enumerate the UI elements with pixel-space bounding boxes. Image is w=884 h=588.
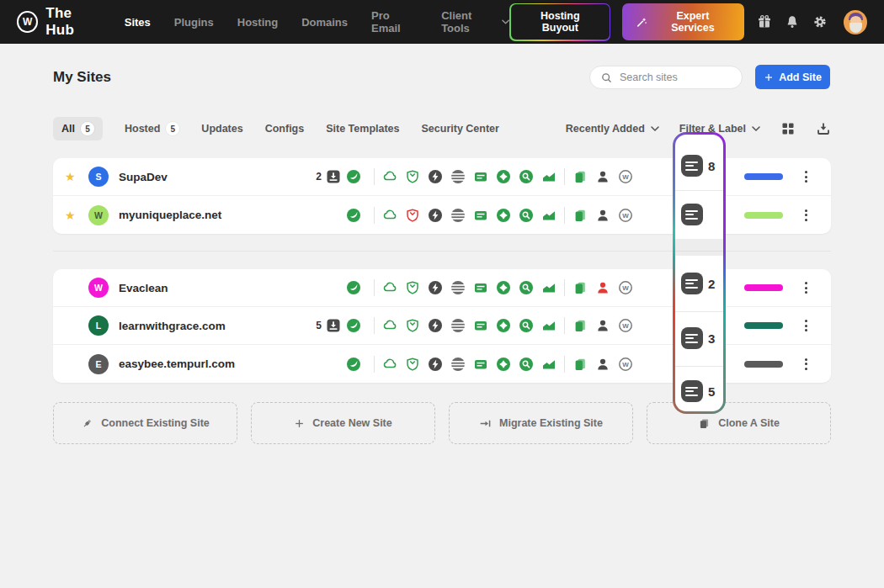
nav-item-client-tools[interactable]: Client Tools	[441, 9, 509, 34]
hub-logo[interactable]: W The Hub	[17, 5, 103, 39]
gift-icon[interactable]	[756, 13, 772, 30]
seo-magnifier-icon[interactable]	[519, 208, 534, 223]
smush-swoosh-icon[interactable]	[346, 208, 361, 223]
nav-item-pro-email[interactable]: Pro Email	[371, 9, 418, 34]
site-name[interactable]: myuniqueplace.net	[119, 209, 301, 221]
defender-shield-icon[interactable]	[405, 280, 420, 295]
hosting-cloud-icon[interactable]	[382, 318, 397, 333]
row-menu-kebab-icon[interactable]	[795, 171, 817, 183]
users-icon[interactable]	[595, 357, 610, 372]
create-new-site-button[interactable]: Create New Site	[251, 402, 435, 444]
row-menu-kebab-icon[interactable]	[795, 209, 817, 221]
uptime-icon[interactable]	[450, 318, 466, 333]
bell-icon[interactable]	[784, 13, 800, 30]
smush-swoosh-icon[interactable]	[346, 280, 361, 295]
shipper-badge-icon[interactable]	[496, 357, 511, 372]
seo-magnifier-icon[interactable]	[519, 280, 534, 295]
row-menu-kebab-icon[interactable]	[795, 320, 817, 331]
hosting-buyout-button[interactable]: Hosting Buyout	[511, 4, 610, 40]
defender-shield-icon[interactable]	[405, 169, 420, 184]
favorite-star-icon[interactable]: ★	[65, 170, 88, 183]
export-icon[interactable]	[816, 121, 831, 136]
backups-list-icon[interactable]	[473, 169, 488, 184]
wordpress-icon[interactable]	[618, 280, 633, 295]
tab-security-center[interactable]: Security Center	[422, 123, 499, 135]
smush-swoosh-icon[interactable]	[346, 169, 361, 184]
performance-bolt-icon[interactable]	[428, 208, 443, 223]
uptime-icon[interactable]	[450, 169, 466, 184]
site-name[interactable]: SupaDev	[119, 171, 301, 183]
pages-icon[interactable]	[572, 208, 588, 223]
shipper-badge-icon[interactable]	[496, 169, 511, 184]
performance-bolt-icon[interactable]	[428, 280, 443, 295]
users-icon[interactable]	[595, 318, 610, 333]
performance-bolt-icon[interactable]	[428, 169, 443, 184]
migrate-existing-site-button[interactable]: Migrate Existing Site	[449, 402, 633, 444]
pages-icon[interactable]	[572, 280, 588, 295]
backups-list-icon[interactable]	[473, 208, 488, 223]
wordpress-icon[interactable]	[618, 357, 633, 372]
uptime-icon[interactable]	[450, 357, 466, 372]
shipper-badge-icon[interactable]	[496, 318, 511, 333]
defender-shield-icon[interactable]	[405, 357, 420, 372]
backups-list-icon[interactable]	[473, 280, 488, 295]
users-alert-icon[interactable]	[595, 280, 610, 295]
shipper-badge-icon[interactable]	[496, 280, 511, 295]
users-icon[interactable]	[595, 208, 610, 223]
nav-item-sites[interactable]: Sites	[125, 16, 151, 29]
connect-existing-site-button[interactable]: Connect Existing Site	[53, 402, 237, 444]
search-sites-box[interactable]	[589, 66, 743, 89]
updates-badge-icon[interactable]	[326, 169, 341, 184]
nav-item-domains[interactable]: Domains	[301, 16, 348, 29]
row-menu-kebab-icon[interactable]	[795, 282, 817, 294]
updates-badge-icon[interactable]	[326, 318, 341, 333]
user-avatar[interactable]	[844, 10, 867, 34]
add-site-button[interactable]: Add Site	[755, 65, 830, 89]
performance-bolt-icon[interactable]	[428, 357, 443, 372]
defender-shield-icon[interactable]	[405, 318, 420, 333]
hosting-cloud-icon[interactable]	[382, 169, 397, 184]
analytics-chart-icon[interactable]	[541, 357, 556, 372]
sort-dropdown[interactable]: Recently Added	[566, 123, 659, 135]
site-name[interactable]: Evaclean	[119, 282, 301, 294]
tab-updates[interactable]: Updates	[201, 123, 242, 135]
pages-icon[interactable]	[572, 357, 588, 372]
site-name[interactable]: learnwithgrace.com	[119, 320, 301, 332]
uptime-icon[interactable]	[450, 208, 466, 223]
backups-list-icon[interactable]	[473, 318, 488, 333]
wordpress-icon[interactable]	[618, 318, 633, 333]
pages-icon[interactable]	[572, 318, 588, 333]
wordpress-icon[interactable]	[618, 169, 633, 184]
uptime-icon[interactable]	[450, 280, 466, 295]
clone-a-site-button[interactable]: Clone A Site	[647, 402, 831, 444]
shipper-badge-icon[interactable]	[496, 208, 511, 223]
performance-bolt-icon[interactable]	[428, 318, 443, 333]
pages-icon[interactable]	[572, 169, 588, 184]
analytics-chart-icon[interactable]	[541, 280, 556, 295]
wordpress-icon[interactable]	[618, 208, 633, 223]
grid-view-icon[interactable]	[780, 121, 796, 136]
search-input[interactable]	[620, 72, 721, 83]
hosting-cloud-icon[interactable]	[382, 208, 397, 223]
seo-magnifier-icon[interactable]	[519, 318, 534, 333]
tab-site-templates[interactable]: Site Templates	[326, 123, 399, 135]
smush-swoosh-icon[interactable]	[346, 357, 361, 372]
seo-magnifier-icon[interactable]	[519, 169, 534, 184]
hosting-cloud-icon[interactable]	[382, 280, 397, 295]
backups-list-icon[interactable]	[473, 357, 488, 372]
users-icon[interactable]	[595, 169, 610, 184]
site-name[interactable]: easybee.tempurl.com	[119, 358, 301, 370]
nav-item-hosting[interactable]: Hosting	[237, 16, 278, 29]
smush-swoosh-icon[interactable]	[346, 318, 361, 333]
favorite-star-icon[interactable]: ★	[65, 209, 88, 222]
tab-hosted[interactable]: Hosted5	[125, 122, 179, 135]
tab-all[interactable]: All5	[53, 117, 103, 140]
defender-shield-alert-icon[interactable]	[405, 208, 420, 223]
analytics-chart-icon[interactable]	[541, 318, 556, 333]
row-menu-kebab-icon[interactable]	[795, 358, 817, 370]
nav-item-plugins[interactable]: Plugins	[174, 16, 214, 29]
gear-icon[interactable]	[812, 13, 828, 30]
seo-magnifier-icon[interactable]	[519, 357, 534, 372]
hosting-cloud-icon[interactable]	[382, 357, 397, 372]
analytics-chart-icon[interactable]	[541, 208, 556, 223]
